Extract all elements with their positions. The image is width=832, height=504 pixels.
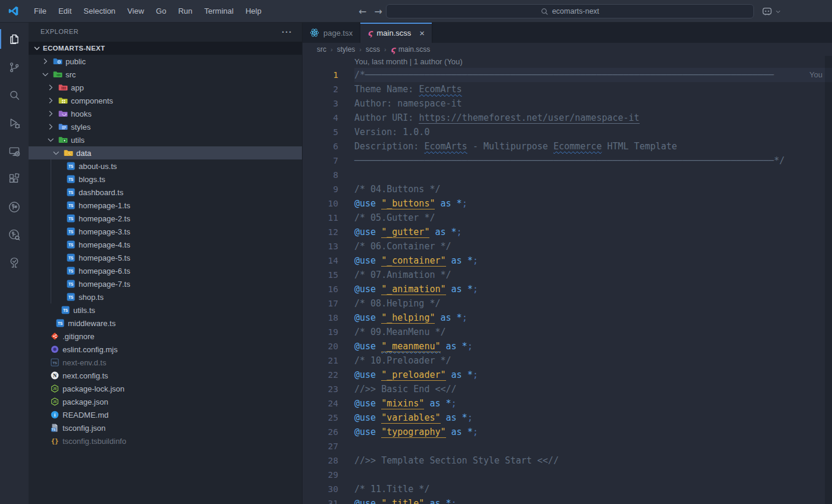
code-editor[interactable]: You, last month | 1 author (You) 1/*────… <box>303 56 832 504</box>
tree-item-label: dashboard.ts <box>79 188 123 197</box>
tree-item-label: package.json <box>63 397 108 406</box>
tree-item-homepage-5.ts[interactable]: TShomepage-5.ts <box>29 251 302 264</box>
breadcrumb-src[interactable]: src <box>317 45 326 54</box>
tree-item-homepage-4.ts[interactable]: TShomepage-4.ts <box>29 238 302 251</box>
breadcrumb-styles[interactable]: styles <box>337 45 356 54</box>
tree-item-readme.md[interactable]: iREADME.md <box>29 408 302 421</box>
line-content: /* 05.Gutter */ <box>354 211 435 225</box>
tree-item-tsconfig.json[interactable]: TStsconfig.json <box>29 421 302 434</box>
tree-item-about-us.ts[interactable]: TSabout-us.ts <box>29 159 302 173</box>
menu-file[interactable]: File <box>29 4 52 18</box>
line-number: 1 <box>303 68 354 82</box>
tree-item-.gitignore[interactable]: .gitignore <box>29 330 302 343</box>
back-icon[interactable]: ← <box>359 6 366 17</box>
svg-text:</>: </> <box>57 73 61 77</box>
tree-item-label: homepage-6.ts <box>79 267 130 276</box>
tree-item-homepage-6.ts[interactable]: TShomepage-6.ts <box>29 264 302 277</box>
profile-menu[interactable] <box>761 0 781 23</box>
line-number: 21 <box>303 353 354 368</box>
line-content: //>> Basic End <<// <box>354 382 457 396</box>
tree-item-label: README.md <box>63 411 108 420</box>
todo-tree-icon[interactable] <box>0 249 29 277</box>
code-line-25: 25@use "variables" as *; <box>303 411 832 425</box>
command-center-search[interactable]: ecomarts-next <box>386 4 754 18</box>
tree-item-utils[interactable]: utils <box>29 133 302 146</box>
line-content: Theme Name: EcomArts <box>354 82 462 96</box>
tree-item-next.config.ts[interactable]: Nnext.config.ts <box>29 369 302 382</box>
tree-item-label: tsconfig.tsbuildinfo <box>63 437 126 446</box>
code-line-23: 23//>> Basic End <<// <box>303 382 832 396</box>
line-content: Version: 1.0.0 <box>354 125 429 139</box>
tree-item-package-lock.json[interactable]: JSpackage-lock.json <box>29 382 302 395</box>
tree-item-homepage-1.ts[interactable]: TShomepage-1.ts <box>29 199 302 212</box>
menu-view[interactable]: View <box>122 4 149 18</box>
tree-item-next-env.d.ts[interactable]: TSnext-env.d.ts <box>29 356 302 369</box>
tree-item-homepage-3.ts[interactable]: TShomepage-3.ts <box>29 225 302 238</box>
code-line-14: 14@use "_container" as *; <box>303 253 832 268</box>
line-number: 24 <box>303 396 354 411</box>
tree-item-label: data <box>76 149 91 158</box>
menu-run[interactable]: Run <box>173 4 198 18</box>
git-icon <box>50 331 60 341</box>
explorer-icon[interactable] <box>0 25 29 53</box>
tree-item-blogs.ts[interactable]: TSblogs.ts <box>29 173 302 186</box>
sass-icon: ς <box>367 29 372 37</box>
breadcrumb-scss[interactable]: scss <box>366 45 380 54</box>
project-name: ECOMARTS-NEXT <box>43 45 105 52</box>
tree-item-src[interactable]: </>src <box>29 68 302 81</box>
tree-item-middleware.ts[interactable]: TSmiddleware.ts <box>29 317 302 330</box>
tree-item-data[interactable]: data <box>29 146 302 159</box>
tree-item-tsconfig.tsbuildinfo[interactable]: {}tsconfig.tsbuildinfo <box>29 434 302 447</box>
code-line-22: 22@use "_preloader" as *; <box>303 368 832 382</box>
tab-main-scss[interactable]: ςmain.scss× <box>360 23 432 43</box>
search-icon[interactable] <box>0 81 29 109</box>
code-lines: 1/*─────────────────────────────────────… <box>303 68 832 504</box>
tree-item-components[interactable]: components <box>29 94 302 107</box>
editor-tab-bar: page.tsxςmain.scss× <box>303 23 832 43</box>
close-icon[interactable]: × <box>419 29 425 37</box>
menu-help[interactable]: Help <box>240 4 267 18</box>
tree-item-homepage-2.ts[interactable]: TShomepage-2.ts <box>29 212 302 225</box>
tree-item-utils.ts[interactable]: TSutils.ts <box>29 303 302 317</box>
chevron-down-icon <box>32 43 42 53</box>
gitlens-inspect-icon[interactable] <box>0 221 29 249</box>
code-line-8: 8 <box>303 168 832 182</box>
svg-text:TS: TS <box>68 204 74 208</box>
tree-item-app[interactable]: app <box>29 81 302 94</box>
tab-page-tsx[interactable]: page.tsx <box>303 23 360 43</box>
remote-explorer-icon[interactable] <box>0 137 29 165</box>
breadcrumb-main-scss[interactable]: ςmain.scss <box>391 45 431 54</box>
tree-item-package.json[interactable]: JSpackage.json <box>29 395 302 408</box>
git-blame-lens[interactable]: You, last month | 1 author (You) <box>303 56 832 68</box>
line-content: @use "_title" as *; <box>354 496 457 504</box>
tree-item-hooks[interactable]: hooks <box>29 107 302 120</box>
tree-item-homepage-7.ts[interactable]: TShomepage-7.ts <box>29 277 302 290</box>
extensions-icon[interactable] <box>0 165 29 193</box>
tree-item-label: middleware.ts <box>68 319 116 328</box>
menu-go[interactable]: Go <box>151 4 172 18</box>
readme-icon: i <box>50 410 60 420</box>
tree-item-public[interactable]: public <box>29 55 302 68</box>
line-number: 20 <box>303 339 354 353</box>
tree-item-label: about-us.ts <box>79 162 117 171</box>
line-number: 27 <box>303 439 354 453</box>
tree-item-dashboard.ts[interactable]: TSdashboard.ts <box>29 186 302 199</box>
gitlens-icon[interactable] <box>0 193 29 221</box>
tree-item-styles[interactable]: styles <box>29 120 302 133</box>
react-icon <box>310 28 319 37</box>
code-line-9: 9/* 04.Buttons */ <box>303 182 832 196</box>
svg-text:N: N <box>53 372 57 378</box>
source-control-icon[interactable] <box>0 53 29 81</box>
more-actions-icon[interactable]: ··· <box>282 27 292 37</box>
menu-selection[interactable]: Selection <box>78 4 120 18</box>
menu-terminal[interactable]: Terminal <box>199 4 239 18</box>
project-section-header[interactable]: ECOMARTS-NEXT <box>29 42 302 55</box>
forward-icon[interactable]: → <box>374 6 382 17</box>
tree-item-eslint.config.mjs[interactable]: eslint.config.mjs <box>29 343 302 356</box>
svg-text:TS: TS <box>68 164 74 168</box>
line-content: @use "_container" as *; <box>354 253 478 268</box>
menu-edit[interactable]: Edit <box>53 4 77 18</box>
svg-text:TS: TS <box>68 269 74 273</box>
tree-item-shop.ts[interactable]: TSshop.ts <box>29 290 302 303</box>
run-and-debug-icon[interactable] <box>0 109 29 137</box>
